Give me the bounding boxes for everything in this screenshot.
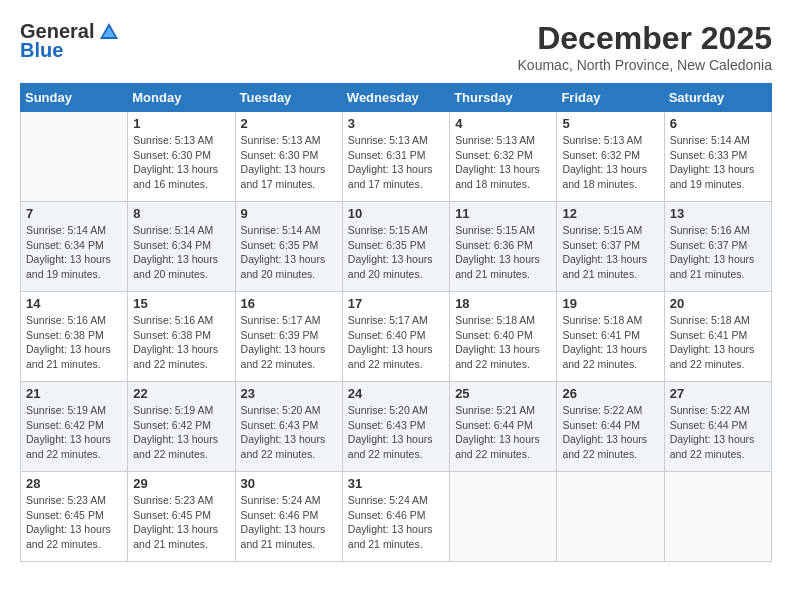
- day-info: Sunrise: 5:15 AMSunset: 6:37 PMDaylight:…: [562, 223, 658, 282]
- day-info: Sunrise: 5:13 AMSunset: 6:30 PMDaylight:…: [241, 133, 337, 192]
- day-info: Sunrise: 5:13 AMSunset: 6:30 PMDaylight:…: [133, 133, 229, 192]
- day-number: 2: [241, 116, 337, 131]
- day-info: Sunrise: 5:17 AMSunset: 6:40 PMDaylight:…: [348, 313, 444, 372]
- calendar-week-4: 21Sunrise: 5:19 AMSunset: 6:42 PMDayligh…: [21, 382, 772, 472]
- calendar-cell: 22Sunrise: 5:19 AMSunset: 6:42 PMDayligh…: [128, 382, 235, 472]
- day-info: Sunrise: 5:13 AMSunset: 6:32 PMDaylight:…: [455, 133, 551, 192]
- calendar-cell: 29Sunrise: 5:23 AMSunset: 6:45 PMDayligh…: [128, 472, 235, 562]
- calendar-cell: 13Sunrise: 5:16 AMSunset: 6:37 PMDayligh…: [664, 202, 771, 292]
- calendar-cell: [450, 472, 557, 562]
- day-info: Sunrise: 5:14 AMSunset: 6:34 PMDaylight:…: [133, 223, 229, 282]
- header-day-monday: Monday: [128, 84, 235, 112]
- day-number: 16: [241, 296, 337, 311]
- day-info: Sunrise: 5:22 AMSunset: 6:44 PMDaylight:…: [670, 403, 766, 462]
- calendar-cell: 31Sunrise: 5:24 AMSunset: 6:46 PMDayligh…: [342, 472, 449, 562]
- calendar-cell: 25Sunrise: 5:21 AMSunset: 6:44 PMDayligh…: [450, 382, 557, 472]
- calendar-cell: 6Sunrise: 5:14 AMSunset: 6:33 PMDaylight…: [664, 112, 771, 202]
- day-number: 27: [670, 386, 766, 401]
- calendar-cell: 26Sunrise: 5:22 AMSunset: 6:44 PMDayligh…: [557, 382, 664, 472]
- calendar-cell: 23Sunrise: 5:20 AMSunset: 6:43 PMDayligh…: [235, 382, 342, 472]
- day-number: 9: [241, 206, 337, 221]
- header-day-friday: Friday: [557, 84, 664, 112]
- calendar-cell: 20Sunrise: 5:18 AMSunset: 6:41 PMDayligh…: [664, 292, 771, 382]
- calendar-week-5: 28Sunrise: 5:23 AMSunset: 6:45 PMDayligh…: [21, 472, 772, 562]
- day-number: 26: [562, 386, 658, 401]
- location-title: Koumac, North Province, New Caledonia: [518, 57, 772, 73]
- calendar-cell: 5Sunrise: 5:13 AMSunset: 6:32 PMDaylight…: [557, 112, 664, 202]
- day-number: 3: [348, 116, 444, 131]
- logo-blue: Blue: [20, 39, 63, 62]
- header-day-thursday: Thursday: [450, 84, 557, 112]
- calendar-cell: 9Sunrise: 5:14 AMSunset: 6:35 PMDaylight…: [235, 202, 342, 292]
- calendar-cell: 7Sunrise: 5:14 AMSunset: 6:34 PMDaylight…: [21, 202, 128, 292]
- day-number: 11: [455, 206, 551, 221]
- calendar-cell: 14Sunrise: 5:16 AMSunset: 6:38 PMDayligh…: [21, 292, 128, 382]
- day-info: Sunrise: 5:19 AMSunset: 6:42 PMDaylight:…: [26, 403, 122, 462]
- day-number: 22: [133, 386, 229, 401]
- calendar-cell: 15Sunrise: 5:16 AMSunset: 6:38 PMDayligh…: [128, 292, 235, 382]
- calendar-cell: 12Sunrise: 5:15 AMSunset: 6:37 PMDayligh…: [557, 202, 664, 292]
- calendar-cell: [664, 472, 771, 562]
- calendar-cell: 4Sunrise: 5:13 AMSunset: 6:32 PMDaylight…: [450, 112, 557, 202]
- day-info: Sunrise: 5:23 AMSunset: 6:45 PMDaylight:…: [133, 493, 229, 552]
- calendar-cell: [21, 112, 128, 202]
- calendar-cell: 19Sunrise: 5:18 AMSunset: 6:41 PMDayligh…: [557, 292, 664, 382]
- header: General Blue December 2025 Koumac, North…: [20, 20, 772, 73]
- calendar-cell: 2Sunrise: 5:13 AMSunset: 6:30 PMDaylight…: [235, 112, 342, 202]
- day-info: Sunrise: 5:14 AMSunset: 6:34 PMDaylight:…: [26, 223, 122, 282]
- calendar-cell: 30Sunrise: 5:24 AMSunset: 6:46 PMDayligh…: [235, 472, 342, 562]
- calendar-cell: 21Sunrise: 5:19 AMSunset: 6:42 PMDayligh…: [21, 382, 128, 472]
- calendar-cell: [557, 472, 664, 562]
- day-number: 7: [26, 206, 122, 221]
- day-number: 24: [348, 386, 444, 401]
- day-info: Sunrise: 5:22 AMSunset: 6:44 PMDaylight:…: [562, 403, 658, 462]
- day-info: Sunrise: 5:20 AMSunset: 6:43 PMDaylight:…: [241, 403, 337, 462]
- day-info: Sunrise: 5:18 AMSunset: 6:40 PMDaylight:…: [455, 313, 551, 372]
- day-number: 19: [562, 296, 658, 311]
- day-info: Sunrise: 5:18 AMSunset: 6:41 PMDaylight:…: [670, 313, 766, 372]
- title-area: December 2025 Koumac, North Province, Ne…: [518, 20, 772, 73]
- day-number: 20: [670, 296, 766, 311]
- day-number: 28: [26, 476, 122, 491]
- day-info: Sunrise: 5:20 AMSunset: 6:43 PMDaylight:…: [348, 403, 444, 462]
- day-number: 15: [133, 296, 229, 311]
- day-info: Sunrise: 5:16 AMSunset: 6:37 PMDaylight:…: [670, 223, 766, 282]
- day-info: Sunrise: 5:14 AMSunset: 6:35 PMDaylight:…: [241, 223, 337, 282]
- calendar-cell: 8Sunrise: 5:14 AMSunset: 6:34 PMDaylight…: [128, 202, 235, 292]
- day-number: 25: [455, 386, 551, 401]
- day-number: 12: [562, 206, 658, 221]
- calendar-cell: 11Sunrise: 5:15 AMSunset: 6:36 PMDayligh…: [450, 202, 557, 292]
- calendar-cell: 16Sunrise: 5:17 AMSunset: 6:39 PMDayligh…: [235, 292, 342, 382]
- day-number: 21: [26, 386, 122, 401]
- calendar-cell: 27Sunrise: 5:22 AMSunset: 6:44 PMDayligh…: [664, 382, 771, 472]
- day-number: 29: [133, 476, 229, 491]
- calendar-cell: 17Sunrise: 5:17 AMSunset: 6:40 PMDayligh…: [342, 292, 449, 382]
- calendar-week-1: 1Sunrise: 5:13 AMSunset: 6:30 PMDaylight…: [21, 112, 772, 202]
- day-info: Sunrise: 5:13 AMSunset: 6:32 PMDaylight:…: [562, 133, 658, 192]
- calendar-table: SundayMondayTuesdayWednesdayThursdayFrid…: [20, 83, 772, 562]
- header-day-saturday: Saturday: [664, 84, 771, 112]
- header-day-wednesday: Wednesday: [342, 84, 449, 112]
- day-number: 30: [241, 476, 337, 491]
- calendar-cell: 3Sunrise: 5:13 AMSunset: 6:31 PMDaylight…: [342, 112, 449, 202]
- day-info: Sunrise: 5:19 AMSunset: 6:42 PMDaylight:…: [133, 403, 229, 462]
- day-number: 18: [455, 296, 551, 311]
- day-number: 1: [133, 116, 229, 131]
- day-number: 4: [455, 116, 551, 131]
- day-number: 23: [241, 386, 337, 401]
- day-number: 8: [133, 206, 229, 221]
- calendar-cell: 24Sunrise: 5:20 AMSunset: 6:43 PMDayligh…: [342, 382, 449, 472]
- calendar-week-2: 7Sunrise: 5:14 AMSunset: 6:34 PMDaylight…: [21, 202, 772, 292]
- day-number: 17: [348, 296, 444, 311]
- day-number: 5: [562, 116, 658, 131]
- day-number: 14: [26, 296, 122, 311]
- calendar-header-row: SundayMondayTuesdayWednesdayThursdayFrid…: [21, 84, 772, 112]
- calendar-cell: 10Sunrise: 5:15 AMSunset: 6:35 PMDayligh…: [342, 202, 449, 292]
- month-title: December 2025: [518, 20, 772, 57]
- calendar-cell: 28Sunrise: 5:23 AMSunset: 6:45 PMDayligh…: [21, 472, 128, 562]
- calendar-week-3: 14Sunrise: 5:16 AMSunset: 6:38 PMDayligh…: [21, 292, 772, 382]
- header-day-tuesday: Tuesday: [235, 84, 342, 112]
- day-info: Sunrise: 5:24 AMSunset: 6:46 PMDaylight:…: [241, 493, 337, 552]
- day-info: Sunrise: 5:15 AMSunset: 6:36 PMDaylight:…: [455, 223, 551, 282]
- day-info: Sunrise: 5:15 AMSunset: 6:35 PMDaylight:…: [348, 223, 444, 282]
